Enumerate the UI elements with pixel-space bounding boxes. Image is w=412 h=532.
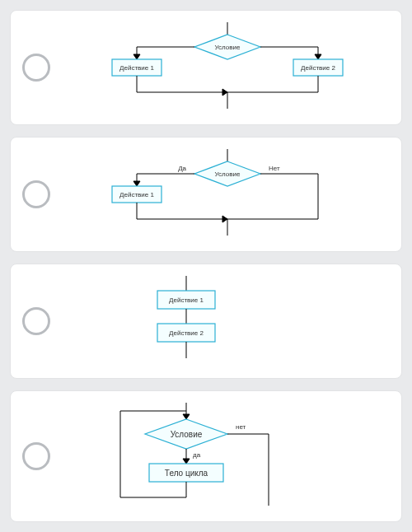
action2-label: Действие 2	[301, 64, 335, 72]
radio-button[interactable]	[22, 54, 50, 82]
condition-label: Условие	[215, 170, 241, 178]
svg-marker-5	[315, 54, 321, 59]
svg-marker-13	[133, 181, 140, 186]
yes-label: да	[193, 451, 201, 459]
svg-marker-25	[183, 414, 190, 419]
action1-label: Действие 1	[119, 64, 154, 72]
option-card-2[interactable]: Условие Да Действие 1 Нет	[10, 137, 402, 252]
option-card-3[interactable]: Действие 1 Действие 2	[10, 264, 402, 379]
condition-label: Условие	[215, 44, 241, 51]
option-card-1[interactable]: Условие Действие 1 Действие 2	[10, 10, 402, 125]
radio-button[interactable]	[22, 442, 50, 470]
diagram-loop: Условие да Тело цикла нет	[65, 403, 390, 510]
action1-label: Действие 1	[119, 191, 154, 198]
diagram-sequence: Действие 1 Действие 2	[65, 276, 390, 366]
radio-button[interactable]	[22, 307, 50, 335]
yes-label: Да	[178, 165, 186, 172]
no-label: Нет	[269, 165, 280, 172]
option-card-4[interactable]: Условие да Тело цикла нет	[10, 390, 402, 522]
action1-label: Действие 1	[169, 296, 204, 304]
svg-marker-17	[222, 216, 227, 222]
body-label: Тело цикла	[165, 469, 208, 478]
condition-label: Условие	[171, 430, 203, 439]
no-label: нет	[236, 423, 246, 431]
svg-marker-28	[183, 459, 190, 464]
action2-label: Действие 2	[169, 329, 204, 337]
diagram-branch-single: Условие Да Действие 1 Нет	[65, 149, 390, 240]
svg-marker-9	[222, 89, 227, 96]
svg-marker-2	[133, 54, 140, 59]
radio-button[interactable]	[22, 180, 50, 208]
diagram-branch-full: Условие Действие 1 Действие 2	[65, 22, 390, 113]
